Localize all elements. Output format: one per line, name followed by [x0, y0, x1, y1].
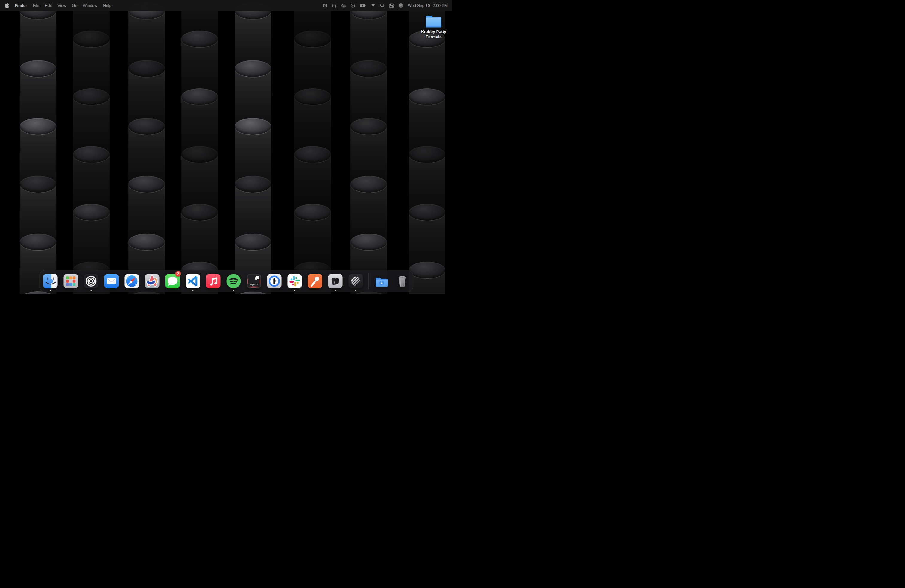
dock-item-trash[interactable]: [395, 271, 410, 292]
raycast-icon: raycast: [247, 273, 262, 289]
wallpaper-cylinder-column: [409, 0, 445, 294]
active-app-name[interactable]: Finder: [15, 3, 27, 8]
wifi-icon[interactable]: [371, 3, 376, 8]
vscode-icon: [186, 273, 200, 289]
mail-icon: [104, 273, 119, 289]
dock-item-slack[interactable]: [287, 271, 302, 292]
control-center-icon[interactable]: [389, 3, 394, 8]
downloads-folder-icon: [375, 273, 389, 289]
finder-icon: [43, 273, 58, 289]
dock-item-spotify[interactable]: [226, 271, 241, 292]
safari-icon: [124, 273, 140, 289]
launchpad-icon: [64, 273, 78, 289]
dock-item-postman[interactable]: [308, 271, 322, 292]
wallpaper-cylinder-column: [129, 0, 165, 294]
concentric-rings-icon: [84, 273, 99, 289]
dock-item-launchpad[interactable]: [64, 271, 78, 292]
dock: 2: [40, 270, 413, 292]
onepassword-icon: [267, 273, 282, 289]
apple-menu-icon[interactable]: [5, 3, 9, 8]
starburst-icon[interactable]: [322, 3, 327, 8]
dark-panels-icon: [328, 273, 343, 289]
menu-bar: Finder File Edit View Go Window Help: [0, 0, 452, 11]
menu-go[interactable]: Go: [72, 3, 77, 8]
dock-item-safari[interactable]: [124, 271, 140, 292]
wallpaper-cylinder-column: [181, 0, 218, 294]
running-indicator: [355, 290, 356, 291]
raycast-icon-text: raycast: [249, 283, 259, 286]
clock-date: Wed Sep 10: [408, 3, 430, 8]
spotify-icon: [226, 273, 241, 289]
running-indicator: [90, 290, 92, 291]
dock-item-vscode[interactable]: [186, 271, 200, 292]
running-indicator: [335, 290, 336, 291]
menu-file[interactable]: File: [33, 3, 39, 8]
wallpaper-cylinder-column: [351, 0, 387, 294]
clock-time: 2:00 PM: [433, 3, 448, 8]
desktop-folder-krabby-patty-formula[interactable]: Krabby Patty Formula: [421, 13, 446, 40]
dock-item-arc[interactable]: [145, 271, 160, 292]
profile-globe-icon[interactable]: [399, 3, 403, 8]
now-playing-icon[interactable]: [351, 3, 355, 8]
macos-desktop: Finder File Edit View Go Window Help: [0, 0, 452, 294]
spotlight-search-icon[interactable]: [380, 3, 384, 8]
slack-icon: [287, 273, 302, 289]
running-indicator: [294, 290, 295, 291]
linear-icon: [348, 273, 363, 289]
dock-item-1password[interactable]: [267, 271, 282, 292]
dock-item-downloads[interactable]: [375, 271, 389, 292]
wallpaper-cylinder-column: [73, 0, 110, 294]
dock-item-mail[interactable]: [104, 271, 119, 292]
menu-window[interactable]: Window: [83, 3, 97, 8]
dock-item-dark-panels-app[interactable]: [328, 271, 343, 292]
dock-item-music[interactable]: [206, 271, 221, 292]
privacy-stripes-icon[interactable]: [341, 3, 346, 8]
trash-icon: [395, 273, 410, 289]
apple-music-icon: [206, 273, 221, 289]
wallpaper-cylinder-column: [20, 0, 56, 294]
dock-item-concentric-rings-app[interactable]: [84, 271, 99, 292]
notification-badge: 2: [175, 271, 181, 277]
running-indicator: [192, 290, 194, 291]
battery-charging-icon[interactable]: [360, 3, 366, 8]
postman-icon: [308, 273, 322, 289]
running-indicator: [233, 290, 234, 291]
arc-browser-icon: [145, 273, 160, 289]
running-indicator: [50, 290, 51, 291]
power-lock-icon[interactable]: [332, 3, 337, 8]
wallpaper-cylinder-column: [235, 0, 271, 294]
menu-bar-clock[interactable]: Wed Sep 10 2:00 PM: [408, 3, 448, 8]
wallpaper: [0, 0, 452, 294]
dock-item-finder[interactable]: [43, 271, 58, 292]
menu-edit[interactable]: Edit: [45, 3, 52, 8]
folder-label: Krabby Patty Formula: [421, 29, 446, 40]
folder-icon: [425, 13, 443, 29]
dock-item-linear[interactable]: [348, 271, 363, 292]
dock-item-raycast[interactable]: raycast: [247, 271, 262, 292]
menu-view[interactable]: View: [57, 3, 66, 8]
menu-help[interactable]: Help: [103, 3, 111, 8]
dock-item-messages[interactable]: 2: [165, 271, 180, 292]
wallpaper-cylinder-column: [294, 0, 331, 294]
